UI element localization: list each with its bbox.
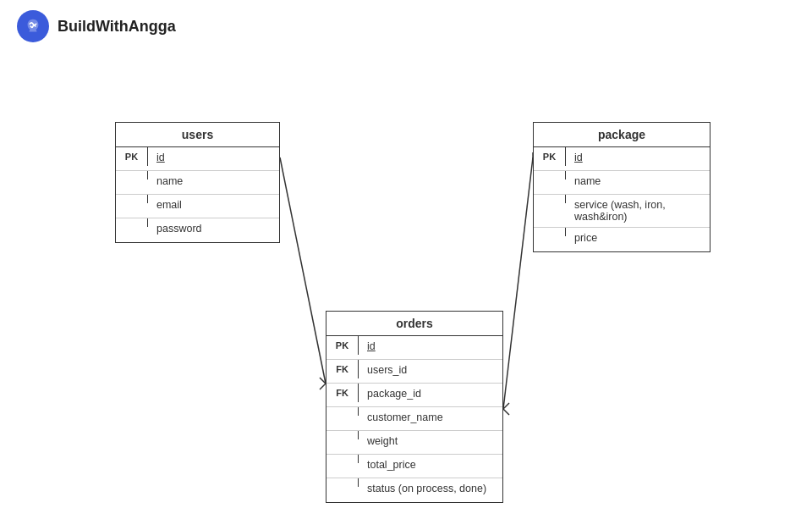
field-name: package_id bbox=[359, 384, 502, 404]
field-name: email bbox=[148, 195, 279, 215]
table-row: email bbox=[116, 195, 279, 218]
field-name: id bbox=[148, 147, 279, 168]
table-row: weight bbox=[326, 431, 502, 455]
key-empty bbox=[326, 431, 359, 439]
orders-table: orders PK id FK users_id FK package_id c… bbox=[326, 311, 503, 503]
field-name: name bbox=[148, 171, 279, 191]
field-name: id bbox=[566, 147, 710, 168]
brand-name: BuildWithAngga bbox=[58, 18, 176, 36]
table-row: price bbox=[534, 228, 710, 251]
key-empty bbox=[534, 228, 566, 236]
field-name: users_id bbox=[359, 360, 502, 380]
table-row: total_price bbox=[326, 455, 502, 478]
table-row: status (on process, done) bbox=[326, 478, 502, 502]
erd-diagram: users PK id name email password package … bbox=[0, 52, 812, 508]
svg-line-1 bbox=[320, 384, 326, 389]
table-row: PK id bbox=[534, 147, 710, 171]
table-row: PK id bbox=[116, 147, 279, 171]
package-orders-line bbox=[503, 157, 533, 409]
svg-line-2 bbox=[503, 403, 509, 409]
package-table-header: package bbox=[534, 123, 710, 147]
key-fk: FK bbox=[326, 360, 359, 378]
header: BuildWithAngga bbox=[0, 0, 812, 52]
svg-line-0 bbox=[320, 378, 326, 384]
logo-icon bbox=[17, 10, 49, 42]
orders-table-header: orders bbox=[326, 312, 502, 336]
table-row: PK id bbox=[326, 336, 502, 360]
users-table: users PK id name email password bbox=[115, 122, 280, 243]
key-empty bbox=[116, 171, 148, 179]
field-name: status (on process, done) bbox=[359, 478, 502, 499]
table-row: FK package_id bbox=[326, 384, 502, 407]
field-name: service (wash, iron, wash&iron) bbox=[566, 195, 710, 227]
key-empty bbox=[326, 407, 359, 416]
key-empty bbox=[326, 478, 359, 487]
users-table-header: users bbox=[116, 123, 279, 147]
key-empty bbox=[534, 171, 566, 179]
key-empty bbox=[534, 195, 566, 203]
field-name: password bbox=[148, 218, 279, 239]
key-pk: PK bbox=[534, 147, 566, 166]
field-name: id bbox=[359, 336, 502, 356]
table-row: name bbox=[534, 171, 710, 195]
field-name: price bbox=[566, 228, 710, 248]
key-empty bbox=[116, 195, 148, 203]
svg-line-3 bbox=[503, 409, 509, 415]
table-row: service (wash, iron, wash&iron) bbox=[534, 195, 710, 228]
key-pk: PK bbox=[116, 147, 148, 166]
package-table: package PK id name service (wash, iron, … bbox=[533, 122, 710, 252]
table-row: customer_name bbox=[326, 407, 502, 431]
field-name: name bbox=[566, 171, 710, 191]
field-name: total_price bbox=[359, 455, 502, 475]
key-pk: PK bbox=[326, 336, 359, 355]
table-row: password bbox=[116, 218, 279, 242]
key-fk: FK bbox=[326, 384, 359, 402]
table-row: name bbox=[116, 171, 279, 195]
field-name: weight bbox=[359, 431, 502, 451]
key-empty bbox=[326, 455, 359, 463]
users-orders-line bbox=[280, 157, 326, 384]
field-name: customer_name bbox=[359, 407, 502, 428]
key-empty bbox=[116, 218, 148, 227]
table-row: FK users_id bbox=[326, 360, 502, 384]
